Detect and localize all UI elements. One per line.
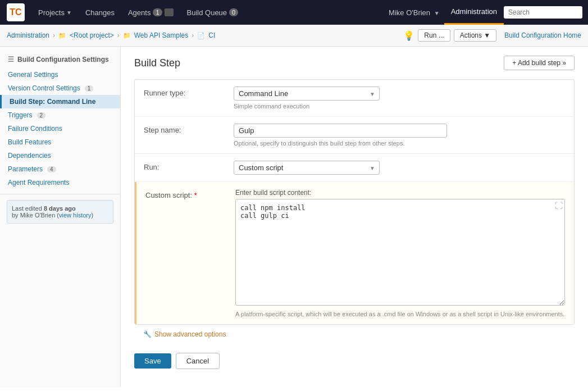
content-area: Build Step + Add build step » Runner typ… <box>121 47 588 387</box>
step-name-field: Optional, specify to distinguish this bu… <box>234 124 565 147</box>
sidebar-item-build-step[interactable]: Build Step: Command Line <box>0 95 120 108</box>
run-field: Custom script Executable with parameters… <box>234 161 565 175</box>
breadcrumb-sep-1: › <box>53 31 55 39</box>
nav-projects[interactable]: Projects ▼ <box>31 0 79 25</box>
sidebar-item-triggers[interactable]: Triggers 2 <box>0 108 120 122</box>
step-name-label: Step name: <box>144 124 234 134</box>
show-advanced-options-link[interactable]: 🔧 Show advanced options <box>134 325 575 344</box>
required-marker: * <box>194 191 197 199</box>
breadcrumb-web-api[interactable]: Web API Samples <box>134 31 189 39</box>
form-row-step-name: Step name: Optional, specify to distingu… <box>135 117 574 154</box>
expand-textarea-icon[interactable]: ⛶ <box>555 201 563 210</box>
sidebar-item-dependencies[interactable]: Dependencies <box>0 149 120 162</box>
search-input[interactable] <box>504 6 582 19</box>
top-navigation: TC Projects ▼ Changes Agents 1 Build Que… <box>0 0 588 25</box>
breadcrumb-administration[interactable]: Administration <box>7 31 49 39</box>
run-select-wrapper: Custom script Executable with parameters… <box>234 161 380 175</box>
actions-dropdown-icon: ▼ <box>484 31 490 39</box>
breadcrumb-bar: Administration › 📁 <Root project> › 📁 We… <box>0 25 588 47</box>
page-title: Build Step <box>134 57 180 69</box>
sidebar: ☰ Build Configuration Settings General S… <box>0 47 121 387</box>
form-row-custom-script: Custom script: * Enter build script cont… <box>135 182 574 324</box>
runner-type-field: Command Line Ant Maven Gradle Docker ▼ S… <box>234 87 565 110</box>
root-project-icon: 📁 <box>58 32 66 39</box>
form-row-run: Run: Custom script Executable with param… <box>135 154 574 182</box>
logo-box: TC <box>7 3 25 21</box>
projects-dropdown-icon: ▼ <box>66 10 72 16</box>
step-name-input[interactable] <box>234 124 447 138</box>
script-content-header: Enter build script content: <box>235 189 565 197</box>
build-step-form: Runner type: Command Line Ant Maven Grad… <box>134 79 575 325</box>
form-row-runner-type: Runner type: Command Line Ant Maven Grad… <box>135 80 574 117</box>
parameters-badge: 4 <box>47 166 56 172</box>
sidebar-item-failure-conditions[interactable]: Failure Conditions <box>0 122 120 135</box>
vcs-badge: 1 <box>85 85 94 92</box>
sidebar-item-agent-requirements[interactable]: Agent Requirements <box>0 176 120 189</box>
sidebar-divider <box>0 194 120 194</box>
custom-script-field: Enter build script content: call npm ins… <box>235 189 565 317</box>
runner-type-hint: Simple command execution <box>234 103 565 110</box>
run-select[interactable]: Custom script Executable with parameters <box>234 161 380 175</box>
sidebar-heading-icon: ☰ <box>8 56 14 63</box>
runner-type-label: Runner type: <box>144 87 234 97</box>
run-button[interactable]: Run ... <box>418 29 450 42</box>
actions-button[interactable]: Actions ▼ <box>454 29 497 42</box>
breadcrumb-root-project[interactable]: <Root project> <box>70 31 114 39</box>
agents-monitor-icon <box>165 8 174 16</box>
user-dropdown-icon: ▼ <box>434 10 440 16</box>
sidebar-item-general-settings[interactable]: General Settings <box>0 68 120 81</box>
logo[interactable]: TC <box>6 2 26 22</box>
save-button[interactable]: Save <box>134 353 171 369</box>
script-textarea-wrapper: call npm install call gulp ci ⛶ <box>235 199 565 307</box>
sidebar-item-vcs[interactable]: Version Control Settings 1 <box>0 81 120 95</box>
view-history-link[interactable]: view history <box>59 212 91 219</box>
sidebar-item-parameters[interactable]: Parameters 4 <box>0 162 120 176</box>
web-api-icon: 📁 <box>123 32 131 39</box>
runner-type-select[interactable]: Command Line Ant Maven Gradle Docker <box>234 87 380 101</box>
bulb-icon[interactable]: 💡 <box>403 30 414 41</box>
content-header: Build Step + Add build step » <box>134 56 575 70</box>
ci-icon: 📄 <box>197 32 205 39</box>
breadcrumb-sep-2: › <box>117 31 120 39</box>
main-layout: ☰ Build Configuration Settings General S… <box>0 47 588 387</box>
last-edited-box: Last edited 8 days ago by Mike O'Brien (… <box>7 200 113 224</box>
breadcrumb-ci[interactable]: CI <box>208 31 215 39</box>
agents-badge: 1 <box>153 8 162 16</box>
custom-script-label: Custom script: * <box>145 189 235 199</box>
triggers-badge: 2 <box>37 112 46 119</box>
breadcrumb-sep-3: › <box>192 31 194 39</box>
custom-script-hint: A platform-specific script, which will b… <box>235 311 565 317</box>
nav-agents[interactable]: Agents 1 <box>121 0 180 25</box>
run-label: Run: <box>144 161 234 171</box>
build-config-home-link[interactable]: Build Configuration Home <box>504 31 581 39</box>
runner-type-select-wrapper: Command Line Ant Maven Gradle Docker ▼ <box>234 87 380 101</box>
user-menu[interactable]: Mike O'Brien ▼ <box>384 8 444 17</box>
sidebar-item-build-features[interactable]: Build Features <box>0 135 120 149</box>
form-actions: Save Cancel <box>134 344 575 378</box>
nav-build-queue[interactable]: Build Queue 0 <box>180 0 245 25</box>
nav-changes[interactable]: Changes <box>79 0 121 25</box>
sidebar-heading: ☰ Build Configuration Settings <box>0 53 120 68</box>
step-name-hint: Optional, specify to distinguish this bu… <box>234 140 565 147</box>
add-build-step-button[interactable]: + Add build step » <box>504 56 575 70</box>
wrench-icon: 🔧 <box>143 330 152 338</box>
build-queue-badge: 0 <box>229 8 238 16</box>
administration-link[interactable]: Administration <box>444 0 504 25</box>
custom-script-textarea[interactable]: call npm install call gulp ci <box>235 199 565 306</box>
cancel-button[interactable]: Cancel <box>176 353 220 369</box>
